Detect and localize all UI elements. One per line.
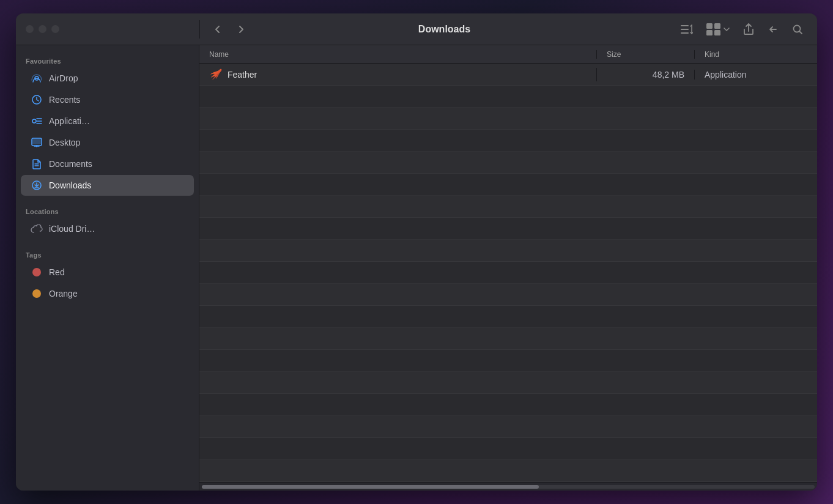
documents-icon: [31, 158, 43, 170]
table-row[interactable]: [199, 218, 817, 240]
favourites-section-label: Favourites: [16, 53, 199, 67]
column-headers: Name Size Kind: [199, 45, 817, 64]
applications-label: Applicati…: [49, 116, 90, 126]
main-content: Name Size Kind: [199, 45, 817, 491]
table-row[interactable]: [199, 460, 817, 482]
recents-icon: [31, 94, 43, 106]
body: Favourites AirDrop: [16, 45, 817, 491]
desktop-icon: [31, 136, 43, 149]
table-row[interactable]: [199, 328, 817, 350]
applications-icon: [31, 115, 43, 127]
svg-rect-2: [681, 32, 689, 34]
svg-rect-3: [706, 23, 713, 29]
sidebar-item-recents[interactable]: Recents: [21, 89, 194, 110]
window-title: Downloads: [220, 24, 669, 35]
svg-point-10: [32, 119, 36, 123]
icloud-label: iCloud Dri…: [49, 224, 95, 234]
scrollbar-track: [202, 485, 815, 489]
sidebar-item-icloud[interactable]: iCloud Dri…: [21, 218, 194, 239]
documents-label: Documents: [49, 159, 92, 169]
sidebar-item-documents[interactable]: Documents: [21, 154, 194, 174]
col-name-header[interactable]: Name: [199, 50, 597, 59]
tag-orange-icon: [31, 287, 43, 300]
table-row[interactable]: [199, 108, 817, 130]
sidebar-item-downloads[interactable]: Downloads: [21, 175, 194, 196]
maximize-button[interactable]: [51, 25, 59, 33]
airdrop-label: AirDrop: [49, 73, 78, 83]
table-row[interactable]: [199, 196, 817, 218]
tags-section-label: Tags: [16, 246, 199, 261]
table-row[interactable]: [199, 240, 817, 262]
col-kind-header[interactable]: Kind: [695, 50, 817, 59]
table-row[interactable]: [199, 284, 817, 306]
finder-window: Downloads: [16, 13, 817, 491]
file-name-cell: Feather: [199, 68, 597, 81]
more-button[interactable]: [763, 21, 783, 38]
svg-rect-1: [681, 29, 689, 30]
desktop-label: Desktop: [49, 138, 80, 147]
recents-label: Recents: [49, 95, 80, 105]
horizontal-scrollbar[interactable]: [199, 482, 817, 491]
table-row[interactable]: [199, 372, 817, 394]
tag-red-icon: [31, 266, 43, 278]
col-size-header[interactable]: Size: [597, 50, 695, 59]
main-titlebar: Downloads: [199, 20, 817, 39]
file-list: Feather 48,2 MB Application: [199, 64, 817, 482]
table-row[interactable]: [199, 350, 817, 372]
sidebar-item-desktop[interactable]: Desktop: [21, 132, 194, 153]
sidebar-titlebar: [16, 25, 199, 33]
downloads-icon: [31, 179, 43, 191]
view-options-button[interactable]: [702, 20, 734, 39]
feather-filename: Feather: [228, 70, 257, 80]
svg-rect-5: [706, 30, 713, 35]
orange-label: Orange: [49, 289, 78, 298]
table-row[interactable]: Feather 48,2 MB Application: [199, 64, 817, 86]
titlebar: Downloads: [16, 13, 817, 45]
sidebar-item-orange[interactable]: Orange: [21, 283, 194, 304]
table-row[interactable]: [199, 130, 817, 152]
airdrop-icon: [31, 72, 43, 84]
red-label: Red: [49, 267, 65, 277]
scrollbar-thumb[interactable]: [202, 485, 539, 489]
search-button[interactable]: [788, 21, 807, 38]
svg-rect-0: [681, 25, 689, 26]
sidebar-item-airdrop[interactable]: AirDrop: [21, 68, 194, 89]
table-row[interactable]: [199, 438, 817, 460]
table-row[interactable]: [199, 262, 817, 284]
table-row[interactable]: [199, 416, 817, 438]
minimize-button[interactable]: [39, 25, 46, 33]
sidebar-item-red[interactable]: Red: [21, 262, 194, 283]
downloads-label: Downloads: [49, 180, 91, 190]
sidebar: Favourites AirDrop: [16, 45, 199, 491]
list-sort-button[interactable]: [676, 21, 697, 37]
table-row[interactable]: [199, 86, 817, 108]
table-row[interactable]: [199, 174, 817, 196]
feather-size: 48,2 MB: [597, 70, 695, 80]
sidebar-item-applications[interactable]: Applicati…: [21, 111, 194, 132]
icloud-icon: [31, 223, 43, 235]
toolbar-right: [676, 20, 807, 39]
table-row[interactable]: [199, 152, 817, 174]
feather-kind: Application: [695, 70, 817, 80]
share-button[interactable]: [739, 20, 758, 39]
svg-rect-15: [32, 139, 41, 144]
svg-rect-6: [714, 30, 720, 35]
table-row[interactable]: [199, 306, 817, 328]
svg-point-7: [794, 25, 801, 32]
table-row[interactable]: [199, 394, 817, 416]
feather-app-icon: [209, 68, 223, 81]
svg-rect-4: [714, 23, 720, 29]
close-button[interactable]: [26, 25, 34, 33]
locations-section-label: Locations: [16, 203, 199, 218]
